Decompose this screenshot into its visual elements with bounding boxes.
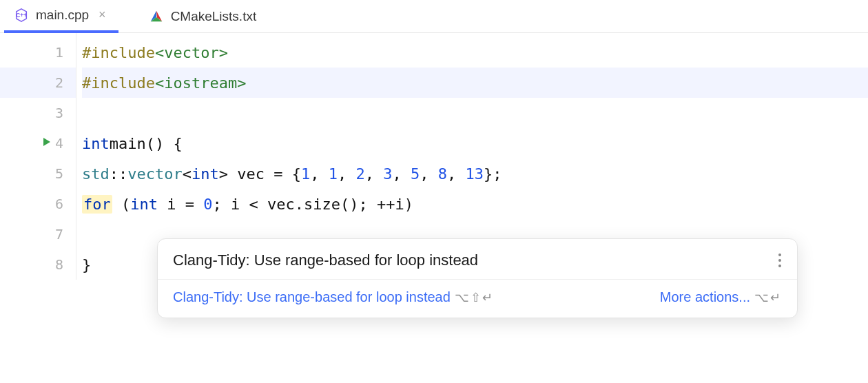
- line-number: 7: [43, 226, 63, 242]
- line-number: 6: [43, 196, 63, 212]
- code-line[interactable]: for (int i = 0; i < vec.size(); ++i): [82, 189, 868, 219]
- gutter: 1 2 3 4 5 6 7 8: [0, 33, 76, 280]
- inspection-tooltip: Clang-Tidy: Use range-based for loop ins…: [157, 238, 798, 318]
- more-actions-link[interactable]: More actions...: [660, 289, 750, 305]
- code-line[interactable]: [82, 98, 868, 128]
- cpp-file-icon: C++: [14, 8, 29, 23]
- warning-highlight[interactable]: for: [82, 195, 112, 214]
- cmake-file-icon: [149, 9, 164, 24]
- code-line[interactable]: #include <vector>: [82, 37, 868, 68]
- more-menu-icon[interactable]: [778, 253, 782, 268]
- tooltip-title: Clang-Tidy: Use range-based for loop ins…: [173, 251, 478, 269]
- line-number: 3: [43, 105, 63, 121]
- line-number: 2: [43, 74, 63, 91]
- code-line[interactable]: int main() {: [82, 128, 868, 158]
- shortcut-label: ⌥↵: [754, 290, 782, 305]
- tab-bar: C++ main.cpp × CMakeLists.txt: [0, 0, 868, 33]
- tooltip-separator: [158, 279, 797, 280]
- svg-marker-5: [43, 138, 50, 146]
- tab-main-cpp[interactable]: C++ main.cpp ×: [4, 0, 118, 33]
- svg-point-6: [778, 253, 781, 256]
- tab-label: CMakeLists.txt: [171, 9, 257, 24]
- line-number: 5: [43, 165, 63, 182]
- tab-label: main.cpp: [36, 8, 89, 23]
- quickfix-link[interactable]: Clang-Tidy: Use range-based for loop ins…: [173, 289, 451, 305]
- line-number: 8: [43, 256, 63, 273]
- svg-point-8: [778, 265, 781, 267]
- svg-point-7: [778, 259, 781, 262]
- line-number: 1: [43, 44, 63, 61]
- code-line[interactable]: std::vector<int> vec = {1, 1, 2, 3, 5, 8…: [82, 158, 868, 189]
- svg-text:C++: C++: [16, 12, 27, 18]
- run-icon[interactable]: [41, 136, 52, 150]
- shortcut-label: ⌥⇧↵: [455, 290, 494, 305]
- tab-cmakelists[interactable]: CMakeLists.txt: [139, 0, 267, 33]
- code-line[interactable]: #include <iostream>: [82, 68, 868, 98]
- close-icon[interactable]: ×: [96, 8, 109, 22]
